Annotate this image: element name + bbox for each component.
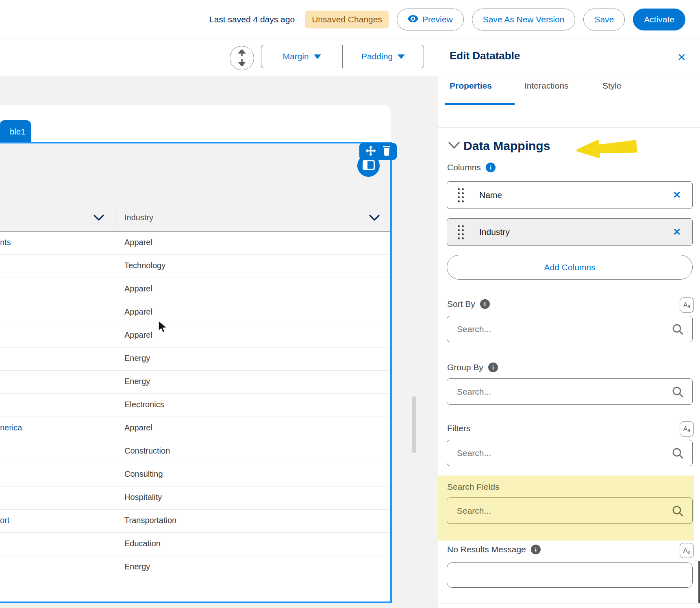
info-icon[interactable]: i [531,545,541,554]
table-row: Apparel [0,278,390,301]
column-item-label: Industry [479,227,510,237]
table-row: Energy [0,371,390,394]
industry-cell: Apparel [124,238,152,247]
record-link[interactable]: nts [0,238,11,247]
collapse-chevron-icon[interactable] [448,141,460,151]
selection-border-right [390,142,392,603]
table-row: Apparel [0,301,390,324]
table-row: Energy [0,347,390,371]
margin-padding-group: Margin Padding [261,45,424,68]
tab-properties[interactable]: Properties [450,81,492,91]
search-fields-label: Search Fields [447,482,499,492]
record-link[interactable]: nerica [0,423,22,432]
eye-icon [408,15,418,24]
search-fields-highlight: Search Fields Search... [438,476,694,541]
remove-column-icon[interactable]: ✕ [673,226,681,238]
info-icon[interactable]: i [488,363,498,372]
sort-chevron-icon[interactable] [93,215,104,223]
preview-button[interactable]: Preview [397,9,464,30]
add-columns-button[interactable]: Add Columns [447,255,693,280]
drag-handle-icon[interactable] [458,225,464,239]
save-as-new-version-button[interactable]: Save As New Version [472,9,576,30]
move-icon[interactable] [365,145,376,158]
drag-handle-icon[interactable] [458,188,464,202]
panel-bottom-divider [438,603,700,604]
record-link[interactable]: ort [0,516,9,525]
element-actions [359,143,397,160]
padding-label: Padding [361,52,393,61]
filters-placeholder: Search... [457,448,672,458]
datatable-tab-label: ble1 [10,127,25,137]
table-row: Hospitality [0,486,390,510]
text-mode-toggle-icon[interactable]: Aa [680,421,694,436]
filters-search-input[interactable]: Search... [447,440,693,466]
resize-vertical-button[interactable] [230,46,254,70]
panel-scrollbar[interactable] [698,561,700,603]
industry-column-header[interactable]: Industry [124,213,153,222]
text-mode-toggle-icon[interactable]: Aa [680,543,694,558]
table-row: Education [0,533,390,556]
sort-by-search-input[interactable]: Search... [447,316,693,342]
no-results-message-input[interactable] [447,562,693,588]
table-row: Apparel [0,324,390,347]
sort-chevron-icon[interactable] [369,215,380,223]
industry-cell: Apparel [124,330,152,340]
tabs-divider [438,105,700,105]
margin-dropdown[interactable]: Margin [261,45,342,68]
data-mappings-heading[interactable]: Data Mappings [463,139,550,153]
chevron-down-icon [314,54,321,59]
search-icon [672,447,683,459]
tab-interactions[interactable]: Interactions [524,81,569,91]
panel-layout-icon [363,160,375,172]
industry-cell: Electronics [124,400,164,409]
save-as-new-version-label: Save As New Version [483,15,565,24]
group-by-label-row: Group By i [447,363,498,372]
panel-title: Edit Datatable [450,50,520,62]
industry-cell: Apparel [124,423,152,432]
industry-cell: Energy [124,562,150,571]
search-icon [672,505,683,517]
trash-icon[interactable] [383,146,391,157]
section-divider [438,127,700,128]
sort-by-label-row: Sort By i [447,299,490,309]
industry-cell: Technology [124,261,165,270]
column-item-label: Name [479,190,502,200]
no-results-label-row: No Results Message i [447,545,541,554]
sort-by-label: Sort By [447,299,475,309]
search-icon [672,386,683,397]
info-icon[interactable]: i [480,299,490,309]
table-row: Electronics [0,394,390,417]
selection-border-top [0,142,392,143]
column-item-name[interactable]: Name ✕ [447,181,693,209]
search-fields-placeholder: Search... [457,506,672,516]
search-fields-search-input[interactable]: Search... [447,497,693,524]
no-results-label: No Results Message [447,545,526,554]
preview-label: Preview [422,15,453,24]
tab-style[interactable]: Style [602,81,622,91]
table-row: Energy [0,556,390,579]
group-by-search-input[interactable]: Search... [447,378,693,405]
columns-label: Columns [447,163,481,172]
table-body: ntsApparelTechnologyApparelApparelAppare… [0,232,390,579]
sort-by-placeholder: Search... [457,324,672,334]
table-row: ntsApparel [0,232,390,255]
add-columns-label: Add Columns [544,263,595,272]
columns-label-row: Columns i [447,163,496,172]
close-icon[interactable]: ✕ [677,51,686,64]
datatable-tab[interactable]: ble1 [0,120,31,143]
info-icon[interactable]: i [486,163,496,172]
group-by-placeholder: Search... [457,387,672,397]
remove-column-icon[interactable]: ✕ [673,189,681,201]
industry-cell: Energy [124,377,150,386]
activate-button[interactable]: Activate [633,9,685,30]
table-row: Construction [0,440,390,463]
arrows-up-down-icon [237,50,246,67]
save-button[interactable]: Save [583,9,625,30]
industry-cell: Transportation [124,516,176,525]
column-item-industry[interactable]: Industry ✕ [447,218,693,246]
canvas-scrollbar[interactable] [412,396,416,453]
padding-dropdown[interactable]: Padding [342,45,424,68]
activate-label: Activate [644,15,674,24]
filters-label: Filters [447,423,470,433]
text-mode-toggle-icon[interactable]: Aa [680,297,694,313]
